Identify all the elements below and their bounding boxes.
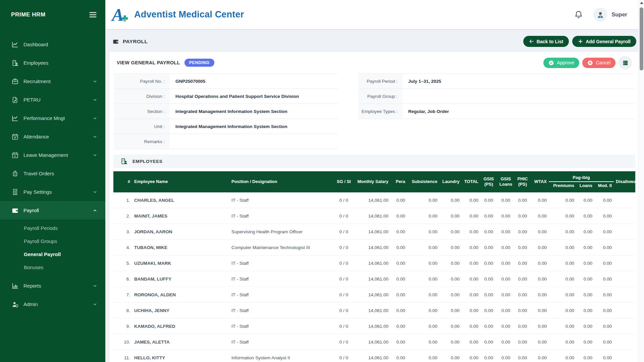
- cell-laundry: 0.00: [439, 224, 462, 240]
- sidebar-item-petru[interactable]: PETRU: [0, 90, 105, 109]
- sidebar-subitem-general-payroll[interactable]: General Payroll: [0, 248, 105, 261]
- cancel-label: Cancel: [596, 60, 610, 65]
- column-header-position: Position / Designation: [229, 171, 334, 192]
- hamburger-icon[interactable]: [89, 10, 97, 19]
- user-menu[interactable]: Super: [593, 8, 627, 22]
- sidebar-item-leave-management[interactable]: Leave Management: [0, 146, 105, 164]
- user-name: Super: [611, 11, 627, 18]
- cell-premiums: 0.00: [549, 208, 576, 224]
- cell-disallowance: [614, 303, 635, 318]
- add-general-payroll-button[interactable]: Add General Payroll: [572, 36, 636, 47]
- employees-section-header: EMPLOYEES: [113, 155, 635, 168]
- sidebar-subitem-payroll-groups[interactable]: Payroll Groups: [0, 235, 105, 248]
- card-actions: Approve Cancel: [543, 56, 632, 69]
- sidebar-item-label: Travel Orders: [23, 171, 97, 176]
- sidebar-item-label: Payroll: [23, 207, 88, 213]
- cell-phic_ps: 0.00: [515, 192, 531, 208]
- sidebar-subitem-payroll-periods[interactable]: Payroll Periods: [0, 222, 105, 235]
- cell-sg: 0 / 0: [334, 318, 354, 334]
- detail-label: Division :: [114, 89, 170, 104]
- cell-position: Supervising Health Program Officer: [229, 224, 334, 240]
- cell-wtax: 0.00: [531, 350, 549, 362]
- cell-name: HELLO, KITTY: [132, 350, 229, 362]
- approve-label: Approve: [557, 60, 574, 65]
- cell-salary: 14,061.00: [354, 271, 390, 287]
- x-circle-icon: [587, 60, 593, 66]
- sidebar-item-recruitment[interactable]: Recruitment: [0, 72, 105, 90]
- sidebar-item-employees[interactable]: Employees: [0, 54, 105, 72]
- sidebar-item-attendance[interactable]: Attendance: [0, 127, 105, 146]
- cell-subsistence: 0.00: [407, 318, 439, 334]
- cell-total: 0.00: [462, 224, 480, 240]
- employee-row: 8.UCHIHA, JENNYIT - Staff0 / 014,061.000…: [113, 303, 635, 318]
- employee-row: 6.BANDAM, LUFFYIT - Staff0 / 014,061.000…: [113, 271, 635, 287]
- cell-pera: 0.00: [390, 255, 407, 271]
- back-to-list-button[interactable]: Back to List: [523, 36, 569, 47]
- cell-wtax: 0.00: [531, 303, 549, 318]
- cell-num: 1.: [113, 192, 132, 208]
- sidebar-subitem-bonuses[interactable]: Bonuses: [0, 261, 105, 274]
- sidebar-item-pay-settings[interactable]: $Pay Settings: [0, 183, 105, 201]
- topbar: A $ Adventist Medical Center Super: [105, 0, 644, 29]
- cell-pera: 0.00: [390, 224, 407, 240]
- sidebar-item-label: Performance Mngt: [23, 115, 88, 121]
- cell-pera: 0.00: [390, 350, 407, 362]
- sidebar-item-admin[interactable]: Admin: [0, 295, 105, 313]
- cell-phic_ps: 0.00: [515, 271, 531, 287]
- cell-premiums: 0.00: [549, 350, 576, 362]
- detail-row: Employee Types :Regular, Job Order: [358, 104, 635, 119]
- cell-disallowance: [614, 271, 635, 287]
- cell-laundry: 0.00: [439, 192, 462, 208]
- cell-disallowance: [614, 287, 635, 303]
- scrollbar-thumb[interactable]: [640, 7, 643, 70]
- list-server-icon: [622, 60, 629, 66]
- page-scrollbar[interactable]: [638, 0, 644, 362]
- cell-gsis_loans: 0.00: [497, 255, 515, 271]
- cell-gsis_ps: 0.00: [480, 240, 497, 255]
- calendar-minus-icon: [11, 152, 19, 159]
- cell-sg: 0 / 0: [334, 208, 354, 224]
- cell-position: IT - Staff: [229, 271, 334, 287]
- column-layout-button[interactable]: [619, 56, 632, 69]
- luggage-icon: [11, 170, 19, 177]
- cell-disallowance: [614, 255, 635, 271]
- cell-gsis_ps: 0.00: [480, 350, 497, 362]
- column-header-gsis_ps: GSIS(PS): [480, 171, 497, 192]
- cell-pera: 0.00: [390, 240, 407, 255]
- employee-row: 9.KAMADO, ALFREDIT - Staff0 / 014,061.00…: [113, 318, 635, 334]
- sidebar-nav: DashboardEmployeesRecruitmentPETRUPerfor…: [0, 29, 105, 313]
- sidebar-item-payroll[interactable]: Payroll: [0, 201, 105, 220]
- cell-num: 4.: [113, 240, 132, 255]
- receipt-dollar-icon: $: [11, 188, 19, 196]
- calendar-check-icon: [11, 133, 19, 140]
- cell-gsis_loans: 0.00: [497, 240, 515, 255]
- cell-gsis_ps: 0.00: [480, 303, 497, 318]
- bell-icon[interactable]: [574, 10, 583, 19]
- cell-modii: 0.00: [594, 255, 614, 271]
- details-table-left: Payroll No. :GNP25070005Division :Hospit…: [114, 73, 338, 149]
- approve-button[interactable]: Approve: [543, 58, 579, 68]
- medical-center-logo[interactable]: A $: [111, 5, 130, 25]
- column-header-wtax: WTAX: [531, 171, 549, 192]
- cell-disallowance: [614, 208, 635, 224]
- column-header-subsistence: Subsistence: [407, 171, 439, 192]
- sidebar-item-reports[interactable]: Reports: [0, 277, 105, 295]
- cell-total: 0.00: [462, 240, 480, 255]
- sidebar-item-dashboard[interactable]: Dashboard: [0, 35, 105, 54]
- cell-num: 2.: [113, 208, 132, 224]
- cell-loans: 0.00: [576, 224, 594, 240]
- scrollbar-up-arrow[interactable]: [640, 2, 643, 4]
- cancel-button[interactable]: Cancel: [582, 58, 615, 68]
- plus-icon: [578, 39, 583, 44]
- employees-table: #Employee NamePosition / DesignationSG /…: [113, 171, 635, 362]
- building-user-icon: [120, 158, 128, 165]
- sidebar-item-performance-mngt[interactable]: Performance Mngt: [0, 109, 105, 127]
- cell-num: 9.: [113, 318, 132, 334]
- cell-phic_ps: 0.00: [515, 240, 531, 255]
- cell-gsis_ps: 0.00: [480, 192, 497, 208]
- sidebar-item-travel-orders[interactable]: Travel Orders: [0, 164, 105, 183]
- main-area: A $ Adventist Medical Center Super: [105, 0, 644, 362]
- cell-salary: 14,061.00: [354, 318, 390, 334]
- cell-wtax: 0.00: [531, 334, 549, 350]
- cell-loans: 0.00: [576, 240, 594, 255]
